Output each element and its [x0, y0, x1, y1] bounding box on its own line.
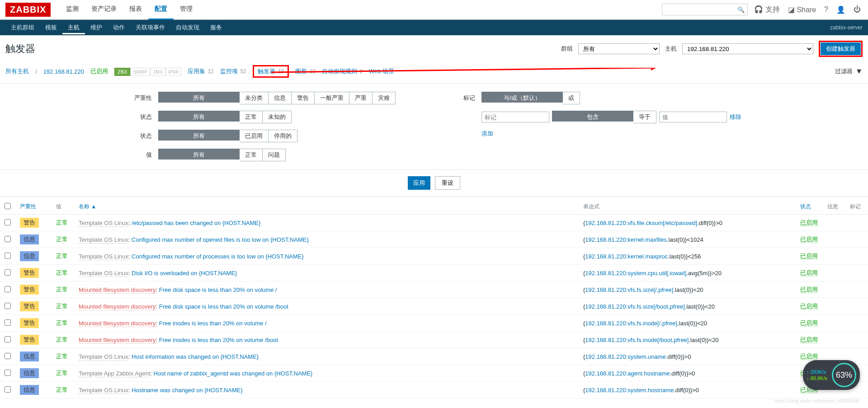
trigger-source[interactable]: Template OS Linux [79, 387, 128, 394]
trigger-source[interactable]: Mounted filesystem discovery [79, 337, 156, 344]
tab-web[interactable]: Web 场景 [369, 67, 394, 75]
status-grp-opt-2[interactable]: 停用的 [269, 130, 297, 142]
trigger-name-link[interactable]: Configured max number of opened files is… [132, 236, 309, 243]
trigger-source[interactable]: Template OS Linux [79, 236, 128, 244]
state-grp-opt-2[interactable]: 未知的 [263, 111, 292, 123]
trigger-name-link[interactable]: Host name of zabbix_agentd was changed o… [154, 370, 313, 377]
col-status[interactable]: 状态 [800, 203, 811, 210]
tab-discovery[interactable]: 自动发现规则 [322, 68, 357, 75]
state-group[interactable]: 所有正常未知的 [158, 111, 292, 123]
topnav-4[interactable]: 管理 [174, 0, 199, 19]
subnav-2[interactable]: 主机 [62, 20, 85, 34]
subnav-1[interactable]: 模板 [40, 20, 62, 34]
status-grp-opt-1[interactable]: 已启用 [240, 130, 269, 142]
host-link-ip[interactable]: 192.168.81.220 [43, 68, 84, 75]
logo[interactable]: ZABBIX [5, 3, 51, 17]
expression-link[interactable]: 192.168.81.220:system.uname [585, 353, 666, 360]
tag-mode-opt-1[interactable]: 或 [563, 92, 580, 104]
expression-link[interactable]: 192.168.81.220:vfs.fs.size[/boot,pfree] [585, 303, 684, 310]
tag-mode-opt-0[interactable]: 与/或（默认） [481, 92, 563, 103]
subnav-7[interactable]: 服务 [205, 20, 227, 34]
status-link[interactable]: 已启用 [800, 236, 818, 243]
value-grp-opt-2[interactable]: 问题 [263, 149, 286, 161]
state-grp-opt-1[interactable]: 正常 [240, 111, 263, 123]
severity-group[interactable]: 所有未分类信息警告一般严重严重灾难 [158, 92, 396, 104]
power-icon[interactable]: ⏻ [852, 4, 863, 15]
value-grp-opt-1[interactable]: 正常 [240, 149, 263, 161]
status-link[interactable]: 已启用 [800, 253, 818, 260]
value-grp-opt-0[interactable]: 所有 [158, 149, 240, 159]
sev-grp-opt-6[interactable]: 灾难 [373, 92, 396, 104]
row-checkbox[interactable] [5, 319, 11, 326]
trigger-source[interactable]: Template OS Linux [79, 220, 128, 227]
tab-triggers[interactable]: 触发器 [258, 68, 275, 75]
status-link[interactable]: 已启用 [800, 269, 818, 277]
sev-grp-opt-2[interactable]: 信息 [269, 92, 292, 104]
topnav-2[interactable]: 报表 [123, 0, 148, 19]
expression-link[interactable]: 192.168.81.220:vfs.fs.inode[/boot,pfree] [585, 337, 689, 343]
expression-link[interactable]: 192.168.81.220:vfs.file.cksum[/etc/passw… [585, 220, 697, 226]
tag-op-opt-0[interactable]: 包含 [552, 111, 633, 122]
col-name[interactable]: 名称 ▲ [79, 203, 96, 210]
tab-graphs[interactable]: 图形 [295, 68, 307, 75]
row-checkbox[interactable] [5, 236, 11, 242]
support-link[interactable]: 🎧 支持 [752, 3, 781, 16]
tag-add-link[interactable]: 添加 [481, 130, 493, 138]
trigger-source[interactable]: Template App Zabbix Agent [79, 370, 150, 377]
subnav-0[interactable]: 主机群组 [5, 20, 40, 34]
sev-grp-opt-3[interactable]: 警告 [292, 92, 315, 104]
tab-apps[interactable]: 应用集 [188, 68, 205, 75]
group-select[interactable]: 所有 [578, 43, 660, 54]
trigger-source[interactable]: Mounted filesystem discovery [79, 320, 156, 327]
status-grp-opt-0[interactable]: 所有 [158, 130, 240, 141]
trigger-name-link[interactable]: Free disk space is less than 20% on volu… [159, 303, 288, 310]
tag-remove-link[interactable]: 移除 [730, 113, 741, 121]
create-trigger-button[interactable]: 创建触发器 [821, 42, 861, 55]
tag-mode-group[interactable]: 与/或（默认）或 [481, 92, 580, 104]
trigger-name-link[interactable]: /etc/passwd has been changed on {HOST.NA… [132, 220, 260, 226]
col-severity[interactable]: 严重性 [20, 203, 36, 210]
row-checkbox[interactable] [5, 269, 11, 276]
expression-link[interactable]: 192.168.81.220:system.hostname [585, 387, 674, 394]
sev-grp-opt-0[interactable]: 所有 [158, 92, 240, 103]
tab-items[interactable]: 监控项 [220, 68, 238, 75]
sev-grp-opt-5[interactable]: 严重 [349, 92, 373, 104]
expression-link[interactable]: 192.168.81.220:vfs.fs.size[/,pfree] [585, 286, 673, 293]
apply-button[interactable]: 应用 [408, 176, 430, 190]
trigger-source[interactable]: Mounted filesystem discovery [79, 303, 156, 310]
topnav-0[interactable]: 监测 [60, 0, 85, 19]
row-checkbox[interactable] [5, 219, 11, 225]
expression-link[interactable]: 192.168.81.220:kernel.maxfiles [585, 236, 667, 243]
all-hosts-link[interactable]: 所有主机 [5, 67, 29, 75]
row-checkbox[interactable] [5, 353, 11, 359]
expression-link[interactable]: 192.168.81.220:kernel.maxproc [585, 253, 668, 260]
trigger-source[interactable]: Template OS Linux [79, 270, 128, 277]
user-icon[interactable]: 👤 [835, 4, 847, 16]
subnav-4[interactable]: 动作 [108, 20, 130, 34]
reset-button[interactable]: 重设 [435, 176, 460, 190]
row-checkbox[interactable] [5, 336, 11, 342]
filter-icon[interactable]: ▼ [855, 67, 863, 75]
status-link[interactable]: 已启用 [800, 353, 818, 360]
subnav-3[interactable]: 维护 [85, 20, 108, 34]
tag-value-input[interactable] [659, 112, 727, 122]
trigger-source[interactable]: Template OS Linux [79, 353, 128, 361]
tag-op-group[interactable]: 包含等于 [552, 111, 656, 123]
tag-op-opt-1[interactable]: 等于 [633, 111, 656, 123]
status-link[interactable]: 已启用 [800, 286, 818, 293]
tag-name-input[interactable] [481, 112, 549, 122]
row-checkbox[interactable] [5, 386, 11, 393]
sev-grp-opt-4[interactable]: 一般严重 [315, 92, 349, 104]
search-input[interactable]: 🔍 [662, 4, 748, 15]
trigger-name-link[interactable]: Free disk space is less than 20% on volu… [159, 286, 277, 293]
trigger-name-link[interactable]: Disk I/O is overloaded on {HOST.NAME} [132, 270, 237, 277]
row-checkbox[interactable] [5, 286, 11, 292]
row-checkbox[interactable] [5, 303, 11, 309]
status-link[interactable]: 已启用 [800, 319, 818, 327]
share-link[interactable]: ◪ Share [786, 4, 818, 16]
expression-link[interactable]: 192.168.81.220:vfs.fs.inode[/,pfree] [585, 320, 677, 327]
subnav-5[interactable]: 关联项事件 [130, 20, 170, 34]
trigger-name-link[interactable]: Hostname was changed on {HOST.NAME} [132, 387, 243, 394]
trigger-source[interactable]: Mounted filesystem discovery [79, 286, 156, 294]
trigger-name-link[interactable]: Free inodes is less than 20% on volume / [159, 320, 267, 327]
